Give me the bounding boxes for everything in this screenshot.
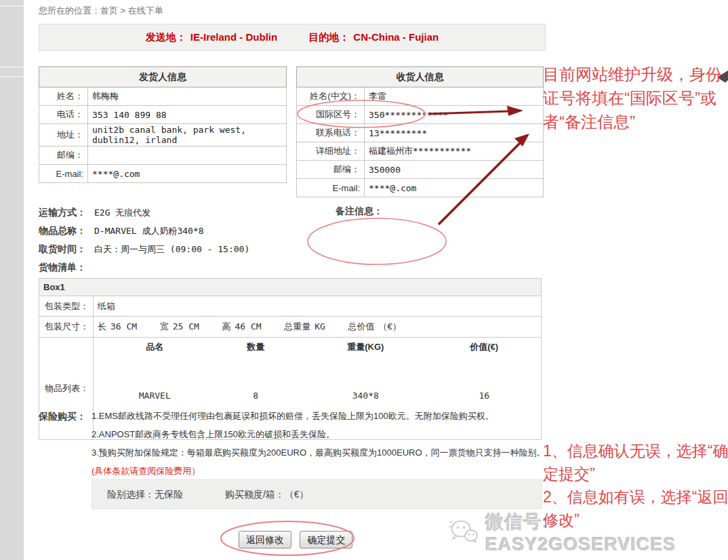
pack-size-values: 长36 CM 宽25 CM 高46 CM 总重量KG 总价值（€） <box>94 317 542 338</box>
receiver-info-title: 收货人信息 <box>297 67 544 87</box>
field-value: 350************ <box>365 106 544 124</box>
field-label: 取货时间： <box>39 242 86 256</box>
field-value: ****@.com <box>88 165 287 183</box>
box-title-row: Box1 <box>39 279 542 296</box>
field-label: E-mail: <box>39 165 88 183</box>
wechat-icon <box>447 517 480 548</box>
field-label: E-mail: <box>297 179 365 197</box>
left-sidebar <box>0 0 24 560</box>
table-row: E-mail:****@.com <box>297 179 544 197</box>
field-label: 物品列表： <box>39 338 94 440</box>
box-title: Box1 <box>39 279 542 296</box>
col-header-name: 品名 <box>98 339 211 388</box>
action-buttons: 返回修改 确定提交 <box>239 531 358 548</box>
insurance-terms: 1.EMS邮政线路不受理任何理由包裹延误和损坏的赔偿，丢失保险上限为100欧元。… <box>92 407 547 480</box>
field-value: E2G 无痕代发 <box>94 207 150 218</box>
sidebar-divider <box>0 76 24 77</box>
insurance-term-2: 2.ANPOST邮政商务专线包含上限150欧元的破损和丢失保险。 <box>92 425 547 443</box>
breadcrumb-current: 在线下单 <box>128 5 163 16</box>
insurance-selection-bar: 险别选择：无保险 购买额度/箱：（€） <box>92 479 542 509</box>
field-value: 350000 <box>365 161 544 179</box>
table-row-intl-code: 国际区号：350************ <box>297 106 544 124</box>
dim-width: 宽25 CM <box>160 321 199 332</box>
field-label: 货物清单： <box>39 260 86 274</box>
table-row: 邮编： <box>39 146 287 165</box>
col-header-value: 价值(€) <box>431 339 537 388</box>
field-value: unit2b canal bank, park west, dublin12, … <box>88 124 287 146</box>
dim-total-weight: 总重量KG <box>284 321 325 332</box>
table-row: E-mail:****@.com <box>39 165 287 183</box>
pickup-time-row: 取货时间：白天：周一与周三 (09:00 - 15:00) <box>39 242 249 260</box>
table-row: 姓名：韩梅梅 <box>39 87 287 106</box>
destination-label: 目的地： <box>308 31 349 43</box>
online-order-confirm-page: 您所在的位置：首页 > 在线下单 发送地：IE-Ireland - Dublin… <box>0 0 728 560</box>
table-row: 姓名(中文)：李雷 <box>297 87 544 106</box>
table-row: 详细地址：福建福州市*********** <box>297 142 544 161</box>
annotation-step-2: 2、信息如有误，选择“返回修改” <box>543 485 728 532</box>
insurance-quota: 购买额度/箱：（€） <box>225 489 309 500</box>
shipping-method-row: 运输方式：E2G 无痕代发 <box>39 205 249 224</box>
field-label: 运输方式： <box>39 205 86 219</box>
pack-type-row: 包装类型： 纸箱 <box>39 296 542 317</box>
field-value: 福建福州市*********** <box>365 142 544 161</box>
remark-label: 备注信息： <box>336 205 383 218</box>
sidebar-divider <box>0 66 24 68</box>
table-header-row: 收货人信息 <box>297 67 544 87</box>
confirm-submit-button[interactable]: 确定提交 <box>300 531 352 548</box>
insurance-fee-link[interactable]: (具体条款请查阅保险费用） <box>92 466 200 476</box>
breadcrumb-home-link[interactable]: 首页 <box>100 5 118 16</box>
origin-value: IE-Ireland - Dublin <box>190 31 277 43</box>
sidebar-divider <box>0 5 24 7</box>
destination-value: CN-China - Fujian <box>353 31 439 43</box>
annotation-maintenance-note: 目前网站维护升级，身份证号将填在“国际区号”或者“备注信息” <box>543 62 728 134</box>
field-value <box>88 146 287 165</box>
field-label: 包装尺寸： <box>39 317 94 338</box>
goods-name-row: 物品总称：D-MARVEL 成人奶粉340*8 <box>39 224 249 242</box>
order-info-section: 运输方式：E2G 无痕代发 物品总称：D-MARVEL 成人奶粉340*8 取货… <box>39 205 249 279</box>
cargo-list-row: 货物清单： <box>39 260 249 279</box>
pack-type-value: 纸箱 <box>94 296 542 317</box>
field-value: 李雷 <box>365 87 544 106</box>
field-label: 物品总称： <box>39 224 86 237</box>
field-value: 韩梅梅 <box>88 87 287 106</box>
insurance-term-3: 3.预购买附加保险规定：每箱最底购买额度为200EURO，最高购买额度为1000… <box>92 443 547 480</box>
field-value: ****@.com <box>365 179 544 197</box>
breadcrumb-prefix: 您所在的位置： <box>39 5 100 16</box>
field-label: 详细地址： <box>297 142 365 161</box>
col-header-qty: 数量 <box>211 339 300 388</box>
breadcrumb-separator: > <box>118 5 128 16</box>
field-label: 国际区号： <box>297 106 365 124</box>
field-label: 邮编： <box>39 146 88 165</box>
receiver-info-table: 收货人信息 姓名(中文)：李雷 国际区号：350************ 联系电… <box>296 66 544 197</box>
dim-total-value: 总价值（€） <box>348 321 401 332</box>
back-modify-button[interactable]: 返回修改 <box>239 531 291 548</box>
field-label: 姓名： <box>39 87 88 106</box>
field-label: 地址： <box>39 124 88 146</box>
insurance-selection: 险别选择：无保险 <box>107 489 183 500</box>
table-row: 邮编：350000 <box>297 161 544 179</box>
col-header-weight: 重量(KG) <box>300 339 431 388</box>
insurance-term-3-text: 3.预购买附加保险规定：每箱最底购买额度为200EURO，最高购买额度为1000… <box>92 447 546 458</box>
dim-height: 高46 CM <box>222 321 262 332</box>
annotation-submit-instructions: 1、信息确认无误，选择“确定提交” 2、信息如有误，选择“返回修改” <box>543 439 728 532</box>
table-row: 地址：unit2b canal bank, park west, dublin1… <box>39 124 287 146</box>
field-value: D-MARVEL 成人奶粉340*8 <box>94 226 204 236</box>
table-row: 电话：353 140 899 88 <box>39 106 287 124</box>
origin-label: 发送地： <box>146 31 186 43</box>
remark-highlight-ellipse <box>308 218 446 264</box>
field-value: 白天：周一与周三 (09:00 - 15:00) <box>94 244 249 254</box>
dim-length: 长36 CM <box>98 321 137 332</box>
insurance-label: 保险购买： <box>39 411 86 423</box>
pack-size-row: 包装尺寸： 长36 CM 宽25 CM 高46 CM 总重量KG 总价值（€） <box>39 317 542 338</box>
field-label: 电话： <box>39 106 88 124</box>
items-header-row: 品名 数量 重量(KG) 价值(€) <box>98 339 537 388</box>
field-label: 姓名(中文)： <box>297 87 365 106</box>
field-value: 353 140 899 88 <box>88 106 287 124</box>
field-value: 13********* <box>365 124 544 142</box>
table-row: 联系电话：13********* <box>297 124 544 142</box>
annotation-step-1: 1、信息确认无误，选择“确定提交” <box>543 439 728 485</box>
route-bar: 发送地：IE-Ireland - Dublin 目的地：CN-China - F… <box>39 24 546 51</box>
breadcrumb: 您所在的位置：首页 > 在线下单 <box>39 5 163 17</box>
field-label: 包装类型： <box>39 296 94 317</box>
sender-info-table: 发货人信息 姓名：韩梅梅 电话：353 140 899 88 地址：unit2b… <box>39 66 287 183</box>
